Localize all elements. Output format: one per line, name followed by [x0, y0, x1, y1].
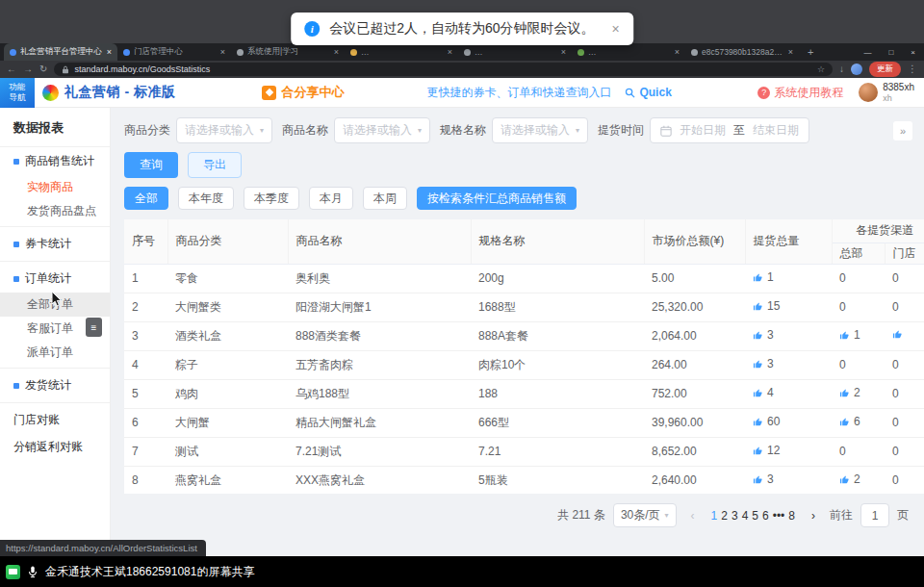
page-button[interactable]: 6 — [762, 509, 769, 523]
address-bar[interactable]: standard.maboy.cn/GoodsStatistics ☆ — [54, 63, 833, 76]
page-button[interactable]: 4 — [742, 509, 749, 523]
quick-filter-button[interactable]: 本季度 — [244, 187, 299, 210]
page-ellipsis[interactable]: ••• — [773, 509, 785, 523]
expand-filters-button[interactable]: » — [893, 121, 912, 140]
cell-total[interactable]: 3 — [745, 350, 832, 379]
cell-total[interactable]: 4 — [745, 379, 832, 408]
share-center-icon — [262, 86, 276, 100]
sidebar-item-label: 订单统计 — [25, 270, 71, 287]
page-size-select[interactable]: 30条/页 ▾ — [613, 503, 677, 527]
browser-profile-avatar[interactable] — [851, 64, 862, 75]
name-select[interactable]: 请选择或输入 ▾ — [334, 117, 430, 143]
nav-toggle-line1: 功能 — [10, 82, 26, 92]
quick-entry-tip[interactable]: 更快捷的券卡、订单和快递查询入口 — [426, 85, 611, 101]
summary-button[interactable]: 按检索条件汇总商品销售额 — [417, 187, 577, 210]
page-button[interactable]: 8 — [788, 509, 795, 523]
category-select[interactable]: 请选择或输入 ▾ — [176, 117, 272, 143]
browser-tab[interactable]: 门店管理中心× — [117, 43, 231, 61]
cell-total[interactable]: 1 — [745, 264, 832, 293]
sidebar-item[interactable]: 商品销售统计 — [0, 147, 110, 175]
browser-tab[interactable]: 礼盒营销平台管理中心× — [4, 43, 117, 61]
table-row: 5鸡肉乌鸡188型188752.00420 — [124, 379, 924, 408]
sidebar-item[interactable]: 订单统计 — [0, 265, 110, 293]
tab-close-icon[interactable]: × — [220, 47, 225, 57]
cell-total[interactable]: 12 — [745, 437, 832, 466]
back-icon[interactable]: ← — [7, 64, 16, 74]
tutorial-link[interactable]: ? 系统使用教程 — [757, 85, 843, 101]
tab-close-icon[interactable]: × — [334, 47, 339, 57]
chevron-down-icon: ▾ — [418, 126, 422, 135]
jump-page-input[interactable]: 1 — [860, 503, 889, 527]
sidebar-item[interactable]: 实物商品 — [0, 175, 110, 199]
sidebar-item[interactable]: 发货商品盘点 — [0, 199, 110, 223]
tab-close-icon[interactable]: × — [561, 47, 566, 57]
pickup-date-range[interactable]: 开始日期 至 结束日期 — [650, 117, 809, 143]
browser-tab[interactable]: 系统使用|学习× — [231, 43, 345, 61]
export-button[interactable]: 导出 — [188, 152, 242, 178]
quick-filter-button[interactable]: 本周 — [363, 187, 407, 210]
cell-total[interactable]: 60 — [745, 408, 832, 437]
quick-filter-button[interactable]: 本月 — [309, 187, 353, 210]
cell-store[interactable] — [885, 321, 924, 350]
count-value: 1 — [839, 328, 860, 342]
tab-close-icon[interactable]: × — [675, 47, 680, 57]
toast-close-icon[interactable]: × — [612, 21, 620, 37]
maximize-button[interactable]: □ — [880, 48, 902, 57]
sidebar-collapse-handle[interactable]: ≡ — [86, 318, 102, 337]
cell-store: 0 — [885, 437, 924, 466]
user-profile[interactable]: 8385xh xh — [859, 82, 914, 103]
quick-filter-button[interactable]: 全部 — [124, 187, 168, 210]
sidebar-item-label: 券卡统计 — [25, 236, 71, 252]
menu-bullet-icon — [13, 276, 19, 282]
search-button[interactable]: 查询 — [124, 152, 178, 178]
browser-tab[interactable]: e8c573980b1328a258fd2e6l…× — [685, 43, 799, 61]
page-button[interactable]: 2 — [721, 509, 728, 523]
page-button[interactable]: 3 — [732, 509, 738, 523]
sidebar-item[interactable]: 派单订单 — [0, 341, 110, 365]
share-center-link[interactable]: 合分享中心 — [262, 84, 344, 101]
new-tab-button[interactable]: + — [799, 43, 822, 61]
update-button[interactable]: 更新 — [869, 62, 901, 77]
sidebar-item[interactable]: 发货统计 — [0, 371, 110, 399]
quick-search[interactable]: Quick — [625, 86, 671, 99]
app-body: 数据报表 商品销售统计实物商品发货商品盘点券卡统计订单统计全部订单客服订单派单订… — [0, 108, 924, 556]
tab-close-icon[interactable]: × — [788, 47, 793, 57]
cell-amount: 264.00 — [644, 350, 745, 379]
count-value: 0 — [839, 445, 846, 458]
cell-hq[interactable]: 6 — [832, 408, 885, 437]
cell-total[interactable]: 3 — [745, 321, 832, 350]
forward-icon[interactable]: → — [23, 64, 33, 74]
cell-total[interactable]: 15 — [745, 293, 832, 321]
menu-bullet-icon — [13, 383, 19, 389]
user-subname: xh — [883, 93, 914, 103]
page-button[interactable]: 1 — [711, 509, 718, 523]
cell-total[interactable]: 3 — [745, 466, 832, 494]
quick-filter-button[interactable]: 本年度 — [178, 187, 234, 210]
cell-hq[interactable]: 2 — [832, 466, 885, 494]
close-window-button[interactable]: × — [902, 48, 924, 57]
tab-close-icon[interactable]: × — [448, 47, 452, 57]
browser-tab[interactable]: …× — [572, 43, 685, 61]
menu-dots-icon[interactable]: ⋮ — [908, 64, 917, 74]
tab-title: … — [361, 47, 444, 57]
browser-tab[interactable]: …× — [458, 43, 572, 61]
prev-page-button[interactable]: ‹ — [684, 509, 702, 523]
sidebar-item[interactable]: 券卡统计 — [0, 230, 110, 258]
reload-icon[interactable]: ↻ — [39, 64, 47, 74]
spec-select[interactable]: 请选择或输入 ▾ — [492, 117, 588, 143]
minimize-button[interactable]: — — [855, 48, 880, 57]
tab-close-icon[interactable]: × — [107, 47, 112, 57]
cell-hq[interactable]: 1 — [832, 321, 885, 350]
sidebar-item[interactable]: 分销返利对账 — [0, 433, 110, 460]
table-row: 4粽子五芳斋肉粽肉粽10个264.00300 — [124, 350, 924, 379]
cell-hq[interactable]: 2 — [832, 379, 885, 408]
page-buttons: 123456•••8 — [709, 509, 797, 523]
next-page-button[interactable]: › — [805, 509, 822, 523]
download-icon[interactable]: ↓ — [839, 64, 844, 74]
cell-store: 0 — [885, 350, 924, 379]
page-button[interactable]: 5 — [752, 509, 758, 523]
browser-tab[interactable]: …× — [345, 43, 458, 61]
function-nav-toggle[interactable]: 功能 导航 — [0, 78, 35, 108]
bookmark-star-icon[interactable]: ☆ — [817, 64, 825, 74]
sidebar-item[interactable]: 门店对账 — [0, 406, 110, 433]
